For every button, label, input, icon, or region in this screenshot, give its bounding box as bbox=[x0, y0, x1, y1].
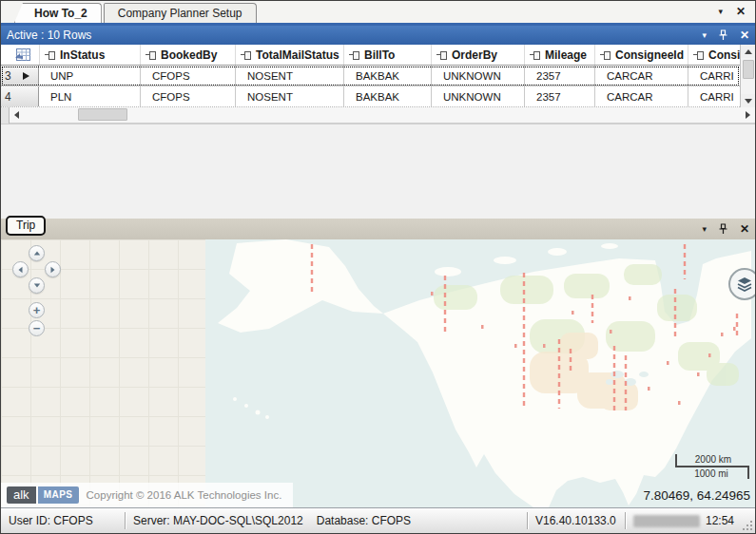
column-pin-icon[interactable] bbox=[145, 50, 156, 59]
trip-panel-tab[interactable]: Trip bbox=[6, 216, 46, 236]
scale-mi: 1000 mi bbox=[675, 467, 749, 479]
status-time: 12:54 bbox=[706, 514, 734, 527]
cell-billto[interactable]: BAKBAK bbox=[343, 86, 431, 106]
vertical-scrollbar[interactable] bbox=[740, 45, 755, 107]
column-header-mileage[interactable]: Mileage bbox=[524, 45, 594, 65]
scroll-track[interactable] bbox=[24, 107, 741, 123]
cell-consignee[interactable]: CARRI bbox=[688, 66, 740, 86]
map-pan-control bbox=[12, 245, 61, 294]
pin-icon[interactable] bbox=[718, 29, 728, 41]
tab-bar-controls: ▾ ✕ bbox=[718, 6, 746, 17]
pin-icon[interactable] bbox=[718, 223, 728, 235]
cell-bookedby[interactable]: CFOPS bbox=[140, 66, 235, 86]
zoom-out-button[interactable]: − bbox=[29, 320, 45, 336]
map-canvas[interactable]: + − alk MAPS Copyright © 2016 ALK Techno… bbox=[1, 239, 755, 507]
resize-grip-icon bbox=[742, 520, 753, 531]
pan-right-button[interactable] bbox=[45, 261, 61, 277]
tab-how-to-2[interactable]: How To_2 bbox=[14, 3, 102, 23]
panel-menu-chevron-icon[interactable]: ▾ bbox=[702, 31, 707, 40]
cell-totalmailstatus[interactable]: NOSENT bbox=[235, 66, 343, 86]
cell-totalmailstatus[interactable]: NOSENT bbox=[235, 86, 343, 106]
map-coordinates: 7.80469, 64.24965 bbox=[643, 488, 750, 503]
pan-up-button[interactable] bbox=[29, 245, 45, 261]
zoom-in-button[interactable]: + bbox=[29, 302, 45, 318]
cell-consigneeid[interactable]: CARCAR bbox=[594, 86, 688, 106]
cell-bookedby[interactable]: CFOPS bbox=[140, 86, 235, 106]
column-header-consignee[interactable]: Consig bbox=[688, 45, 740, 65]
status-server: Server: MAY-DOC-SQL\SQL2012 bbox=[133, 514, 303, 527]
column-pin-icon[interactable] bbox=[693, 50, 704, 59]
status-user-id: User ID: CFOPS bbox=[1, 508, 125, 533]
cell-consignee[interactable]: CARRI bbox=[688, 86, 740, 106]
column-pin-icon[interactable] bbox=[600, 50, 611, 59]
column-pin-icon[interactable] bbox=[45, 50, 55, 59]
grid-header-row: InStatus BookedBy TotalMailStatus BillTo bbox=[1, 45, 740, 66]
pan-left-button[interactable] bbox=[12, 261, 29, 277]
close-document-icon[interactable]: ✕ bbox=[736, 6, 746, 17]
column-header-totalmailstatus[interactable]: TotalMailStatus bbox=[235, 45, 343, 65]
map-attribution-bar: alk MAPS Copyright © 2016 ALK Technologi… bbox=[1, 483, 293, 507]
column-header-orderby[interactable]: OrderBy bbox=[431, 45, 524, 65]
empty-workspace-area bbox=[1, 124, 755, 219]
status-database: Database: CFOPS bbox=[317, 514, 411, 527]
cell-instatus[interactable]: PLN bbox=[39, 86, 140, 106]
close-panel-icon[interactable]: ✕ bbox=[740, 223, 749, 235]
column-header-label: InStatus bbox=[60, 48, 105, 62]
trip-panel-titlebar: Trip ▾ ✕ bbox=[1, 219, 755, 239]
horizontal-scrollbar[interactable] bbox=[1, 107, 755, 124]
app-window: How To_2 Company Planner Setup ▾ ✕ Activ… bbox=[0, 0, 756, 534]
active-panel-title: Active : 10 Rows bbox=[7, 29, 91, 42]
map-geography bbox=[1, 239, 751, 507]
tab-company-planner-setup[interactable]: Company Planner Setup bbox=[104, 3, 257, 23]
pan-down-button[interactable] bbox=[29, 277, 45, 294]
close-panel-icon[interactable]: ✕ bbox=[740, 29, 749, 41]
table-row[interactable]: 4 PLN CFOPS NOSENT BAKBAK UNKNOWN 2357 C… bbox=[1, 86, 740, 107]
status-server-database: Server: MAY-DOC-SQL\SQL2012 Database: CF… bbox=[126, 508, 527, 533]
scroll-down-button[interactable] bbox=[741, 94, 756, 107]
scroll-up-button[interactable] bbox=[741, 45, 756, 58]
row-header[interactable]: 3 bbox=[1, 66, 39, 86]
column-pin-icon[interactable] bbox=[530, 50, 540, 59]
cell-mileage[interactable]: 2357 bbox=[524, 86, 594, 106]
column-header-label: Consig bbox=[708, 48, 740, 62]
column-header-billto[interactable]: BillTo bbox=[343, 45, 431, 65]
map-layers-button[interactable] bbox=[728, 268, 755, 300]
tab-label: How To_2 bbox=[34, 7, 87, 20]
column-header-consigneeid[interactable]: ConsigneeId bbox=[594, 45, 688, 65]
horizontal-scroll-thumb[interactable] bbox=[78, 108, 127, 121]
column-pin-icon[interactable] bbox=[241, 50, 251, 59]
record-selector-button[interactable] bbox=[1, 45, 39, 65]
column-header-label: ConsigneeId bbox=[615, 48, 684, 62]
row-header[interactable]: 4 bbox=[1, 86, 39, 106]
status-version: V16.40.10133.0 bbox=[528, 508, 625, 533]
cell-consigneeid[interactable]: CARCAR bbox=[594, 66, 688, 86]
cell-orderby[interactable]: UNKNOWN bbox=[431, 66, 524, 86]
active-panel-titlebar: Active : 10 Rows ▾ ✕ bbox=[1, 26, 755, 45]
tab-list-chevron-icon[interactable]: ▾ bbox=[718, 8, 723, 16]
resize-grip[interactable] bbox=[742, 508, 755, 533]
grid-body: InStatus BookedBy TotalMailStatus BillTo bbox=[1, 45, 740, 107]
column-header-instatus[interactable]: InStatus bbox=[39, 45, 140, 65]
column-pin-icon[interactable] bbox=[349, 50, 359, 59]
vertical-scroll-thumb[interactable] bbox=[743, 60, 754, 79]
cell-instatus[interactable]: UNP bbox=[39, 66, 140, 86]
alk-logo: alk bbox=[7, 486, 36, 504]
column-header-label: OrderBy bbox=[452, 48, 497, 62]
map-scale-bar: 2000 km 1000 mi bbox=[675, 454, 749, 479]
panel-controls: ▾ ✕ bbox=[702, 223, 749, 235]
column-pin-icon[interactable] bbox=[436, 50, 447, 59]
column-header-bookedby[interactable]: BookedBy bbox=[140, 45, 235, 65]
scroll-right-button[interactable] bbox=[741, 107, 755, 123]
column-header-label: TotalMailStatus bbox=[256, 48, 339, 62]
cell-mileage[interactable]: 2357 bbox=[524, 66, 594, 86]
cell-orderby[interactable]: UNKNOWN bbox=[431, 86, 524, 106]
panel-menu-chevron-icon[interactable]: ▾ bbox=[702, 225, 707, 234]
table-row[interactable]: 3 UNP CFOPS NOSENT BAKBAK UNKNOWN 2357 C… bbox=[1, 66, 740, 86]
scroll-left-button[interactable] bbox=[10, 107, 24, 123]
cell-billto[interactable]: BAKBAK bbox=[343, 66, 431, 86]
redacted-text-block bbox=[633, 515, 700, 527]
arrow-down-icon bbox=[33, 284, 39, 288]
tab-label: Company Planner Setup bbox=[118, 7, 242, 20]
scroll-splitter-box[interactable] bbox=[1, 107, 10, 124]
current-row-arrow-icon bbox=[23, 72, 29, 80]
